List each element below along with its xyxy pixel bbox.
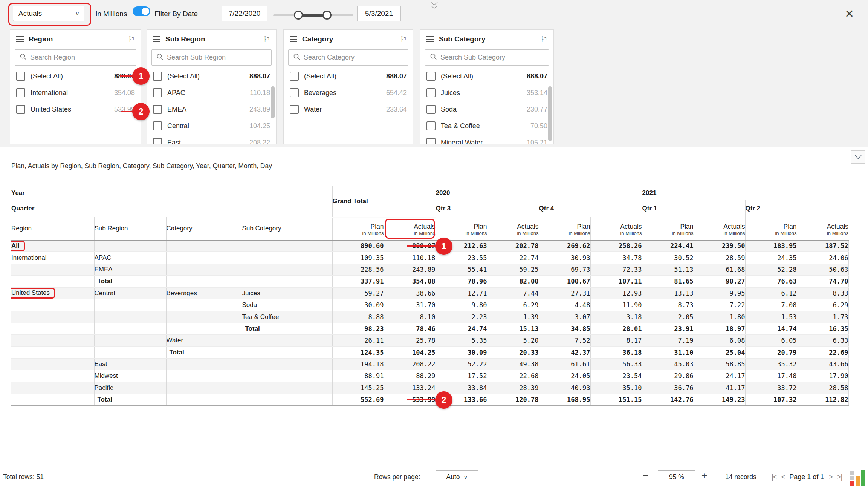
dim-column-header[interactable]: Category (166, 217, 242, 240)
dim-cell (11, 346, 94, 358)
collapse-toolbar-icon[interactable] (429, 2, 439, 11)
filter-by-date-toggle[interactable] (133, 6, 150, 16)
dim-column-header[interactable]: Sub Region (94, 217, 166, 240)
filter-item[interactable]: APAC110.18 (147, 84, 276, 101)
app-window: Actuals ∨ in Millions Filter By Date 7/2… (0, 0, 868, 486)
filter-item[interactable]: (Select All)888.07 (420, 68, 553, 84)
checkbox[interactable] (16, 105, 25, 114)
checkbox[interactable] (153, 121, 162, 130)
filter-item[interactable]: EMEA243.89 (147, 101, 276, 118)
value-cell: 6.12 (745, 287, 797, 299)
checkbox[interactable] (153, 105, 162, 114)
zoom-out-button[interactable]: − (643, 471, 649, 481)
zoom-level-input[interactable]: 95 % (658, 470, 695, 484)
flag-icon[interactable]: ⚐ (263, 35, 270, 44)
drag-handle-icon[interactable] (16, 36, 24, 42)
measure-column-header[interactable]: Planin Millions (745, 217, 797, 240)
checkbox[interactable] (290, 105, 299, 114)
filter-item[interactable]: East208.22 (147, 134, 276, 144)
value-cell: 124.35 (332, 346, 384, 358)
scrollbar-thumb[interactable] (271, 86, 275, 118)
checkbox[interactable] (290, 88, 299, 97)
checkbox[interactable] (426, 121, 436, 130)
measure-column-header[interactable]: Planin Millions (642, 217, 694, 240)
checkbox[interactable] (426, 72, 436, 81)
drag-handle-icon[interactable] (153, 36, 160, 42)
table-row: Soda30.0931.709.806.294.4811.908.737.227… (11, 299, 848, 311)
checkbox[interactable] (153, 88, 162, 97)
measure-column-header[interactable]: Actualsin Millions (590, 217, 642, 240)
filter-item[interactable]: International354.08 (10, 84, 141, 101)
measure-column-header[interactable]: Actualsin Millions (694, 217, 745, 240)
filter-item[interactable]: Tea & Coffee70.50 (420, 118, 553, 134)
checkbox[interactable] (16, 88, 25, 97)
measure-column-header[interactable]: Actualsin Millions (384, 217, 436, 240)
next-page-icon[interactable]: > (829, 473, 832, 481)
end-date-input[interactable]: 5/3/2021 (357, 6, 401, 21)
close-icon[interactable]: ✕ (845, 8, 854, 20)
checkbox[interactable] (426, 105, 436, 114)
quarter-header[interactable]: Qtr 2 (745, 200, 848, 217)
checkbox[interactable] (153, 72, 162, 81)
measure-column-header[interactable]: Planin Millions (436, 217, 487, 240)
quarter-header[interactable]: Qtr 1 (642, 200, 745, 217)
scrollbar-thumb[interactable] (548, 86, 552, 141)
filter-item[interactable]: Central104.25 (147, 118, 276, 134)
value-cell: 30.52 (642, 252, 694, 264)
measure-name: Actuals (797, 223, 849, 230)
measure-selector-dropdown[interactable]: Actuals ∨ (13, 6, 84, 21)
dim-cell (94, 240, 166, 252)
filter-item-label: East (167, 139, 244, 144)
last-page-icon[interactable]: >| (837, 473, 842, 481)
filter-item[interactable]: (Select All)888.07 (284, 68, 413, 84)
search-input[interactable]: Search Category (288, 49, 408, 66)
flag-icon[interactable]: ⚐ (400, 35, 407, 44)
filter-item[interactable]: Beverages654.42 (284, 84, 413, 101)
prev-page-icon[interactable]: < (781, 473, 784, 481)
value-cell: 30.93 (539, 252, 590, 264)
measure-column-header[interactable]: Planin Millions (332, 217, 384, 240)
year-header[interactable]: 2020 (436, 186, 642, 200)
date-slider-handle-end[interactable] (322, 11, 332, 20)
search-input[interactable]: Search Sub Category (425, 49, 549, 66)
drag-handle-icon[interactable] (426, 36, 434, 42)
start-date-input[interactable]: 7/22/2020 (222, 6, 267, 21)
filter-item[interactable]: Soda230.77 (420, 101, 553, 118)
filter-item[interactable]: (Select All)888.07 (147, 68, 276, 84)
checkbox[interactable] (290, 72, 299, 81)
search-input[interactable]: Search Sub Region (151, 49, 272, 66)
date-slider-handle-start[interactable] (294, 11, 303, 20)
dim-column-header[interactable]: Region (11, 217, 94, 240)
checkbox[interactable] (16, 72, 25, 81)
value-cell: 28.58 (797, 382, 848, 394)
first-page-icon[interactable]: |< (772, 473, 776, 481)
flag-icon[interactable]: ⚐ (128, 35, 135, 44)
burger-bar (16, 41, 24, 42)
value-cell: 24.74 (436, 323, 487, 334)
year-header[interactable]: 2021 (642, 186, 848, 200)
value-cell: 52.28 (745, 264, 797, 275)
collapse-pane-button[interactable] (851, 150, 865, 164)
filter-item[interactable]: Water233.64 (284, 101, 413, 118)
table-row: Tea & Coffee8.888.102.231.393.073.182.05… (11, 311, 848, 323)
measure-column-header[interactable]: Planin Millions (539, 217, 590, 240)
dim-cell: Water (166, 335, 242, 346)
quarter-header[interactable]: Qtr 4 (539, 200, 642, 217)
rows-per-page-dropdown[interactable]: Auto ∨ (436, 470, 478, 484)
zoom-in-button[interactable]: + (701, 471, 708, 481)
dim-column-header[interactable]: Sub Category (242, 217, 332, 240)
filter-item-value: 533.99 (114, 106, 135, 113)
checkbox[interactable] (426, 88, 436, 97)
quarter-header[interactable]: Qtr 3 (436, 200, 539, 217)
measure-column-header[interactable]: Actualsin Millions (797, 217, 848, 240)
drag-handle-icon[interactable] (290, 36, 297, 42)
checkbox[interactable] (426, 138, 436, 144)
dim-cell (166, 358, 242, 370)
filter-item[interactable]: Mineral Water105.21 (420, 134, 553, 144)
flag-icon[interactable]: ⚐ (541, 35, 547, 44)
filter-item[interactable]: United States533.99 (10, 101, 141, 118)
search-input[interactable]: Search Region (15, 49, 136, 66)
measure-column-header[interactable]: Actualsin Millions (487, 217, 539, 240)
checkbox[interactable] (153, 138, 162, 144)
filter-item[interactable]: Juices353.14 (420, 84, 553, 101)
